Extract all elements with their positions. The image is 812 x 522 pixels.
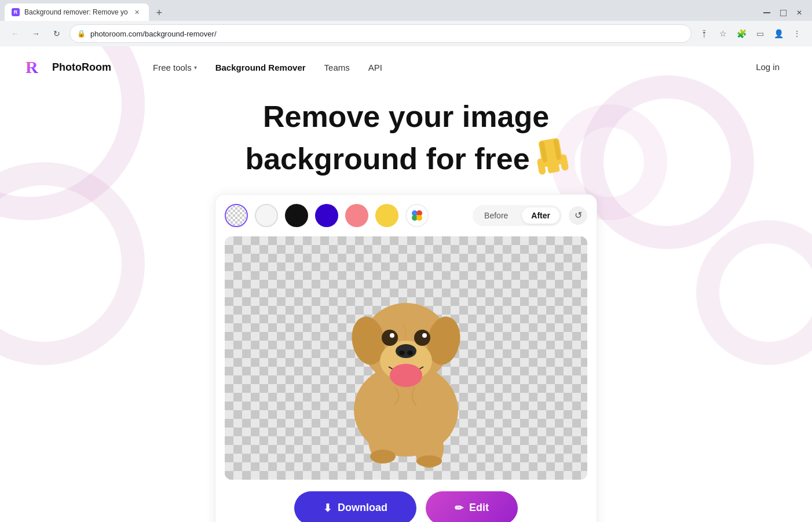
svg-point-24	[422, 333, 427, 338]
after-button[interactable]: After	[522, 207, 559, 224]
site-logo-text: PhotoRoom	[52, 61, 111, 74]
download-label: Download	[338, 502, 387, 514]
window-close-button[interactable]: ✕	[791, 7, 807, 19]
nav-api[interactable]: API	[361, 59, 389, 76]
swatch-white[interactable]	[255, 204, 278, 227]
url-text: photoroom.com/background-remover/	[90, 30, 217, 38]
browser-titlebar: R Background remover: Remove yo ✕ + ✕	[0, 0, 812, 21]
swatch-black[interactable]	[285, 204, 308, 227]
window-minimize-button[interactable]	[759, 7, 775, 19]
ssl-lock-icon: 🔒	[77, 30, 86, 38]
svg-point-23	[390, 333, 394, 338]
address-bar[interactable]: 🔒 photoroom.com/background-remover/	[70, 24, 692, 43]
site-logo[interactable]: R PhotoRoom	[23, 56, 111, 79]
edit-label: Edit	[469, 502, 489, 514]
profile-button[interactable]: 👤	[770, 25, 787, 42]
pointer-icon-svg	[533, 137, 569, 176]
login-button[interactable]: Log in	[747, 57, 789, 76]
hero-title-line1: Remove your image	[203, 100, 609, 134]
swatch-yellow[interactable]	[375, 204, 398, 227]
svg-point-20	[407, 351, 413, 355]
window-maximize-button[interactable]	[775, 7, 791, 19]
tool-card: Before After ↺	[215, 194, 597, 522]
sidebar-button[interactable]: ▭	[752, 25, 768, 42]
hero-title: Remove your image background for free	[203, 100, 609, 180]
svg-rect-0	[763, 12, 770, 13]
svg-point-19	[399, 351, 405, 355]
svg-point-30	[416, 455, 442, 467]
hero-title-line2: background for free	[203, 139, 609, 180]
svg-point-18	[396, 344, 416, 358]
svg-point-12	[416, 215, 422, 221]
before-after-toggle: Before After	[473, 205, 562, 226]
tab-close-button[interactable]: ✕	[133, 8, 142, 17]
svg-point-29	[370, 450, 396, 463]
nav-free-tools[interactable]: Free tools ▾	[146, 59, 204, 76]
browser-toolbar: ← → ↻ 🔒 photoroom.com/background-remover…	[0, 21, 812, 46]
nav-right: Log in	[747, 62, 789, 72]
color-swatches-row: Before After ↺	[225, 204, 587, 227]
swatch-pink[interactable]	[345, 204, 368, 227]
bookmark-button[interactable]: ☆	[715, 25, 731, 42]
website-content: R PhotoRoom Free tools ▾ Background Remo…	[0, 46, 812, 522]
svg-point-21	[382, 330, 398, 346]
tab-favicon: R	[12, 8, 20, 16]
swatch-transparent[interactable]	[225, 204, 248, 227]
refresh-button[interactable]: ↺	[569, 206, 587, 225]
image-display-area	[225, 236, 587, 480]
nav-links: Free tools ▾ Background Remover Teams AP…	[146, 59, 389, 76]
reload-button[interactable]: ↻	[49, 25, 65, 42]
edit-icon: ✏	[455, 502, 463, 514]
free-tools-caret: ▾	[194, 64, 197, 71]
share-button[interactable]: ⭱	[696, 25, 712, 42]
svg-text:R: R	[25, 57, 38, 76]
site-navigation: R PhotoRoom Free tools ▾ Background Remo…	[0, 46, 812, 88]
window-controls: ✕	[759, 7, 807, 21]
dog-image	[313, 248, 499, 468]
toolbar-actions: ⭱ ☆ 🧩 ▭ 👤 ⋮	[696, 25, 805, 42]
active-browser-tab[interactable]: R Background remover: Remove yo ✕	[5, 3, 149, 21]
back-button[interactable]: ←	[7, 25, 23, 42]
svg-point-22	[414, 330, 430, 346]
forward-button[interactable]: →	[28, 25, 44, 42]
photoroom-logo-icon: R	[23, 56, 46, 79]
download-icon: ⬇	[323, 502, 332, 514]
swatch-purple[interactable]	[315, 204, 338, 227]
svg-rect-1	[780, 10, 787, 16]
swatch-multi-color[interactable]	[405, 204, 429, 227]
menu-button[interactable]: ⋮	[789, 25, 805, 42]
before-button[interactable]: Before	[475, 207, 517, 224]
new-tab-button[interactable]: +	[151, 5, 167, 21]
download-button[interactable]: ⬇ Download	[294, 491, 416, 522]
dog-image-container	[225, 236, 587, 480]
hand-pointer-emoji	[533, 137, 570, 182]
nav-teams[interactable]: Teams	[317, 59, 357, 76]
hero-section: Remove your image background for free	[0, 88, 812, 180]
refresh-icon: ↺	[575, 210, 582, 221]
nav-background-remover[interactable]: Background Remover	[209, 59, 313, 76]
svg-point-26	[390, 364, 422, 387]
tab-title: Background remover: Remove yo	[24, 8, 128, 16]
extensions-button[interactable]: 🧩	[733, 25, 749, 42]
edit-button[interactable]: ✏ Edit	[426, 491, 518, 522]
action-buttons: ⬇ Download ✏ Edit	[225, 491, 587, 522]
